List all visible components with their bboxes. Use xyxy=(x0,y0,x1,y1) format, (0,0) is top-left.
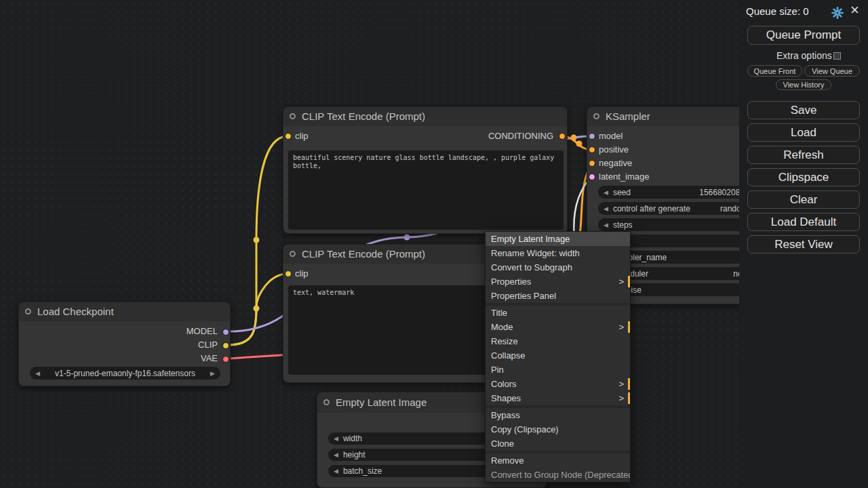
menu-item-label: Shapes xyxy=(491,393,521,403)
link-midpoint-dot[interactable] xyxy=(254,306,260,312)
prompt-textarea[interactable]: beautiful scenery nature glass bottle la… xyxy=(288,150,564,230)
menu-item-properties-panel[interactable]: Properties Panel xyxy=(486,289,630,303)
latent-input-dot[interactable] xyxy=(589,174,595,180)
submenu-indicator-bar xyxy=(628,392,630,404)
prev-arrow-icon[interactable]: ◀ xyxy=(35,370,40,377)
widget-label: width xyxy=(343,434,362,443)
input-slot-latent-image: latent_image xyxy=(599,170,649,184)
context-menu-title: Empty Latent Image xyxy=(486,232,630,246)
widget-label: batch_size xyxy=(343,466,382,476)
menu-item-mode[interactable]: Mode > xyxy=(486,320,630,334)
clip-input-dot[interactable] xyxy=(285,270,292,277)
collapse-dot-icon[interactable] xyxy=(323,399,330,405)
menu-item-label: Properties xyxy=(491,277,531,287)
node-clip-text-encode-positive[interactable]: CLIP Text Encode (Prompt) clip CONDITION… xyxy=(283,106,568,234)
decrement-arrow-icon[interactable]: ◀ xyxy=(334,451,338,458)
ckpt-name-value: v1-5-pruned-emaonly-fp16.safetensors xyxy=(55,369,195,378)
menu-item-copy-clipspace[interactable]: Copy (Clipspace) xyxy=(486,422,630,436)
save-button[interactable]: Save xyxy=(747,101,860,119)
decrement-arrow-icon[interactable]: ◀ xyxy=(334,468,338,474)
link-midpoint-dot[interactable] xyxy=(576,141,583,147)
negative-input-dot[interactable] xyxy=(589,160,595,167)
load-default-button[interactable]: Load Default xyxy=(747,213,860,231)
node-title: CLIP Text Encode (Prompt) xyxy=(302,110,425,122)
decrement-arrow-icon[interactable]: ◀ xyxy=(604,205,608,212)
clip-input-dot[interactable] xyxy=(285,133,292,140)
next-arrow-icon[interactable]: ▶ xyxy=(210,370,215,377)
menu-item-resize[interactable]: Resize xyxy=(486,334,630,348)
menu-item-properties[interactable]: Properties > xyxy=(486,274,630,289)
model-output-dot[interactable] xyxy=(222,329,229,336)
menu-item-rename-widget[interactable]: Rename Widget: width xyxy=(486,246,630,260)
decrement-arrow-icon[interactable]: ◀ xyxy=(604,222,608,228)
decrement-arrow-icon[interactable]: ◀ xyxy=(604,189,608,196)
menu-item-colors[interactable]: Colors > xyxy=(486,377,630,391)
view-queue-button[interactable]: View Queue xyxy=(804,65,860,77)
menu-item-shapes[interactable]: Shapes > xyxy=(486,391,630,405)
node-title: CLIP Text Encode (Prompt) xyxy=(302,248,425,260)
ckpt-name-widget[interactable]: ◀ v1-5-pruned-emaonly-fp16.safetensors ▶ xyxy=(30,367,220,380)
view-history-button[interactable]: View History xyxy=(776,79,831,90)
node-title-bar[interactable]: Load Checkpoint xyxy=(19,302,230,321)
menu-item-label: Colors xyxy=(491,379,517,389)
collapse-dot-icon[interactable] xyxy=(290,251,296,257)
widget-label: seed xyxy=(613,188,631,197)
submenu-chevron-icon: > xyxy=(618,391,624,405)
positive-input-dot[interactable] xyxy=(589,146,595,153)
submenu-indicator-bar xyxy=(628,276,630,287)
menu-item-collapse[interactable]: Collapse xyxy=(486,348,630,363)
refresh-button[interactable]: Refresh xyxy=(747,146,860,164)
collapse-dot-icon[interactable] xyxy=(290,113,296,119)
collapse-dot-icon[interactable] xyxy=(25,308,31,314)
submenu-indicator-bar xyxy=(628,321,630,333)
model-input-dot[interactable] xyxy=(589,133,595,140)
menu-item-bypass[interactable]: Bypass xyxy=(486,408,630,422)
menu-item-label: Mode xyxy=(491,322,513,332)
menu-item-clone[interactable]: Clone xyxy=(486,436,630,451)
clear-button[interactable]: Clear xyxy=(747,190,860,209)
link-midpoint-dot[interactable] xyxy=(571,135,577,141)
queue-prompt-button[interactable]: Queue Prompt xyxy=(747,26,860,45)
node-title: Load Checkpoint xyxy=(37,306,114,317)
vae-output-dot[interactable] xyxy=(222,356,229,363)
comfy-menu-panel: Queue size: 0 × Queue Prompt Extra optio… xyxy=(739,0,868,488)
load-button[interactable]: Load xyxy=(747,123,860,142)
node-title-bar[interactable]: CLIP Text Encode (Prompt) xyxy=(283,107,567,126)
input-slot-clip: clip xyxy=(295,267,309,281)
menu-item-convert-to-group-node[interactable]: Convert to Group Node (Deprecated) xyxy=(486,468,630,482)
node-load-checkpoint[interactable]: Load Checkpoint MODEL CLIP VAE ◀ v1-5-pr… xyxy=(18,302,231,386)
input-slot-model: model xyxy=(599,129,623,143)
submenu-indicator-bar xyxy=(628,378,630,390)
reset-view-button[interactable]: Reset View xyxy=(747,235,860,253)
settings-gear-icon[interactable] xyxy=(831,7,844,19)
extra-options-checkbox[interactable] xyxy=(833,52,841,60)
menu-item-remove[interactable]: Remove xyxy=(486,453,630,468)
close-icon[interactable]: × xyxy=(850,1,859,19)
output-slot-conditioning: CONDITIONING xyxy=(488,129,553,143)
output-slot-clip: CLIP xyxy=(198,338,218,352)
widget-label: control after generate xyxy=(613,204,690,214)
menu-item-title[interactable]: Title xyxy=(486,306,630,320)
menu-item-convert-to-subgraph[interactable]: Convert to Subgraph xyxy=(486,260,630,274)
context-menu: Empty Latent Image Rename Widget: width … xyxy=(485,231,631,483)
collapse-dot-icon[interactable] xyxy=(593,113,599,119)
widget-label: height xyxy=(343,450,366,460)
queue-front-button[interactable]: Queue Front xyxy=(747,65,802,77)
decrement-arrow-icon[interactable]: ◀ xyxy=(334,435,338,442)
node-title: KSampler xyxy=(606,110,650,122)
menu-item-pin[interactable]: Pin xyxy=(486,363,630,377)
input-slot-negative: negative xyxy=(599,157,632,170)
output-slot-vae: VAE xyxy=(201,352,218,365)
extra-options-label: Extra options xyxy=(776,50,832,61)
node-graph-canvas[interactable]: Load Checkpoint MODEL CLIP VAE ◀ v1-5-pr… xyxy=(0,0,868,488)
clip-output-dot[interactable] xyxy=(222,342,229,349)
clipspace-button[interactable]: Clipspace xyxy=(747,168,860,186)
link-midpoint-dot[interactable] xyxy=(254,237,260,243)
conditioning-output-dot[interactable] xyxy=(559,133,566,140)
node-title: Empty Latent Image xyxy=(336,396,427,408)
widget-label: steps xyxy=(613,220,633,230)
submenu-chevron-icon: > xyxy=(618,274,624,289)
input-slot-positive: positive xyxy=(599,143,629,157)
link-midpoint-dot[interactable] xyxy=(404,235,410,241)
output-slot-model: MODEL xyxy=(186,325,218,338)
